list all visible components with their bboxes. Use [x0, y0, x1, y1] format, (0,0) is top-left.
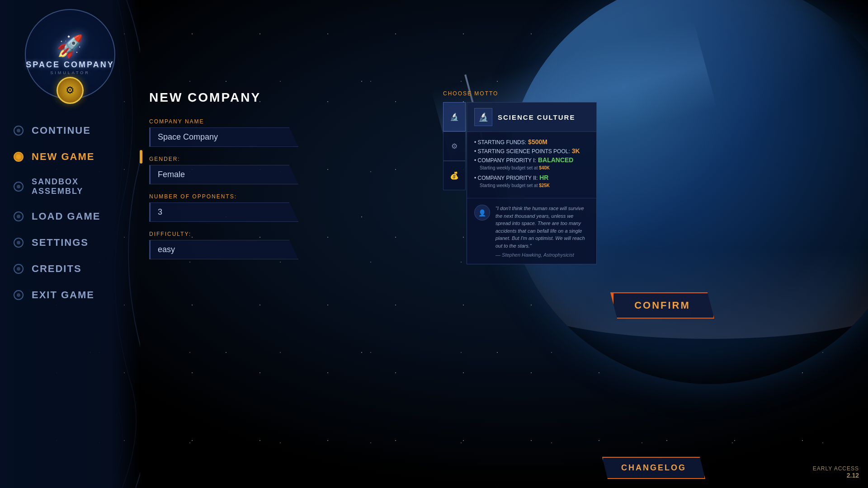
nav-label-load: LOAD GAME	[32, 211, 100, 222]
logo-title: SPACE COMPANY	[26, 60, 114, 70]
sidebar: 🚀 SPACE COMPANY SIMULATOR ⚙ CONTINUE NEW…	[0, 0, 140, 488]
nav-label-credits: CREDITS	[32, 263, 82, 275]
sidebar-item-continue[interactable]: CONTINUE	[0, 117, 140, 144]
motto-card: 🔬 SCIENCE CULTURE • STARTING FUNDS: $500…	[467, 102, 597, 264]
quote-person-icon: 👤	[474, 205, 490, 221]
stat-value-p2: HR	[539, 174, 548, 181]
version-label: Early Access	[813, 465, 859, 472]
nav-dot-exit	[14, 290, 24, 300]
confirm-button[interactable]: CONFIRM	[610, 292, 714, 319]
difficulty-field: DIFFICULTY: easy	[149, 231, 466, 259]
sidebar-item-sandbox[interactable]: SANDBOX ASSEMBLY	[0, 170, 140, 203]
changelog-area: CHANGELOG	[602, 457, 705, 479]
logo-coin: ⚙	[57, 77, 84, 104]
opponents-value[interactable]: 3	[149, 202, 298, 222]
stat-label-science: • STARTING SCIENCE POINTS POOL:	[474, 148, 570, 155]
confirm-button-area: CONFIRM	[610, 292, 714, 319]
motto-stat-sub2: Starting weekly budget set at $25K	[474, 183, 589, 188]
nav-dot-inner-sandbox	[17, 185, 20, 188]
nav-label-continue: CONTINUE	[32, 125, 91, 136]
logo-subtitle: SIMULATOR	[50, 70, 90, 75]
version-info: Early Access 2.12	[813, 465, 859, 479]
logo: 🚀 SPACE COMPANY SIMULATOR ⚙	[25, 9, 115, 99]
rocket-icon: 🚀	[57, 34, 84, 59]
quote-text: "I don't think the human race will survi…	[495, 205, 589, 249]
page-title: NEW COMPANY	[149, 90, 466, 105]
stat-label-p2: • COMPANY PRIORITY II:	[474, 175, 538, 181]
nav-dot-continue	[14, 126, 24, 136]
motto-card-title: SCIENCE CULTURE	[498, 113, 575, 121]
stat-value-p1: BALANCED	[538, 156, 574, 164]
nav-dot-inner-settings	[17, 241, 20, 244]
motto-stat-sub1: Starting weekly budget set at $40K	[474, 165, 589, 170]
nav-label-exit: EXIT GAME	[32, 289, 94, 301]
sidebar-item-exit[interactable]: EXIT GAME	[0, 282, 140, 308]
quote-content: "I don't think the human race will survi…	[495, 205, 589, 258]
nav-menu: CONTINUE NEW GAME SANDBOX ASSEMBLY LOAD …	[0, 117, 140, 308]
motto-selector-money[interactable]: 💰	[443, 161, 466, 190]
nav-dot-inner	[17, 129, 20, 132]
motto-stat-science: • STARTING SCIENCE POINTS POOL: 3K	[474, 147, 589, 155]
sidebar-item-settings[interactable]: SETTINGS	[0, 230, 140, 256]
difficulty-label: DIFFICULTY:	[149, 231, 466, 237]
motto-title: CHOOSE MOTTO	[443, 90, 597, 97]
motto-stat-funds: • STARTING FUNDS: $500M	[474, 138, 589, 145]
motto-card-body: • STARTING FUNDS: $500M • STARTING SCIEN…	[467, 132, 596, 198]
motto-stat-priority2: • COMPANY PRIORITY II: HR	[474, 174, 589, 181]
company-name-label: COMPANY NAME	[149, 118, 466, 125]
opponents-label: NUMBER OF OPPONENTS:	[149, 193, 466, 200]
nav-dot-credits	[14, 264, 24, 274]
coin-icon: ⚙	[66, 84, 75, 96]
sidebar-item-new-game[interactable]: NEW GAME	[0, 144, 140, 170]
nav-label-sandbox: SANDBOX ASSEMBLY	[32, 177, 127, 196]
gender-label: GENDER:	[149, 156, 466, 162]
motto-selectors: 🔬 ⚙ 💰	[443, 102, 466, 190]
stat-label-p1: • COMPANY PRIORITY I:	[474, 157, 536, 164]
company-name-input[interactable]	[149, 127, 298, 147]
nav-active-indicator	[140, 150, 142, 164]
version-number: 2.12	[813, 472, 859, 479]
nav-dot-inner-credits	[17, 267, 20, 271]
nav-dot-inner-load	[17, 215, 20, 218]
nav-label-settings: SETTINGS	[32, 237, 89, 249]
stat-label: • STARTING FUNDS:	[474, 139, 526, 145]
stat-value-science: 3K	[572, 147, 580, 155]
logo-area: 🚀 SPACE COMPANY SIMULATOR ⚙	[0, 0, 140, 104]
logo-inner: 🚀 SPACE COMPANY SIMULATOR	[26, 34, 114, 75]
company-name-field: COMPANY NAME	[149, 118, 466, 147]
motto-selector-science[interactable]: 🔬	[443, 102, 466, 131]
gender-value[interactable]: Female	[149, 165, 298, 184]
motto-selector-gear[interactable]: ⚙	[443, 131, 466, 161]
motto-card-header: 🔬 SCIENCE CULTURE	[467, 103, 596, 132]
motto-card-icon: 🔬	[474, 108, 492, 126]
motto-stat-priority1: • COMPANY PRIORITY I: BALANCED	[474, 156, 589, 164]
nav-dot-load	[14, 211, 24, 221]
nav-dot-new-game	[14, 152, 24, 162]
nav-dot-sandbox	[14, 182, 24, 192]
quote-author: — Stephen Hawking, Astrophysicist	[495, 252, 589, 258]
gender-field: GENDER: Female	[149, 156, 466, 184]
nav-dot-settings	[14, 238, 24, 248]
new-company-panel: NEW COMPANY COMPANY NAME GENDER: Female …	[149, 90, 466, 268]
difficulty-value[interactable]: easy	[149, 240, 298, 259]
nav-dot-inner-exit	[17, 293, 20, 297]
opponents-field: NUMBER OF OPPONENTS: 3	[149, 193, 466, 222]
motto-quote-section: 👤 "I don't think the human race will sur…	[467, 198, 596, 264]
sidebar-item-load-game[interactable]: LOAD GAME	[0, 203, 140, 230]
motto-panel: CHOOSE MOTTO 🔬 ⚙ 💰 🔬 SCIENCE CULTURE • S…	[443, 90, 597, 264]
nav-label-new-game: NEW GAME	[32, 151, 94, 163]
sidebar-item-credits[interactable]: CREDITS	[0, 256, 140, 282]
stat-value-funds: $500M	[528, 138, 547, 145]
changelog-button[interactable]: CHANGELOG	[602, 457, 705, 479]
